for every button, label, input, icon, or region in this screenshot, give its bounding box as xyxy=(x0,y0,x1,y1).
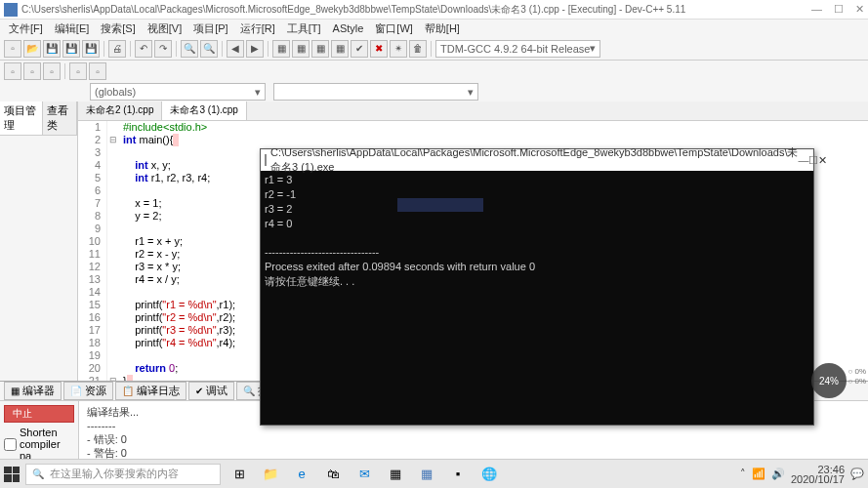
bookmark-icon[interactable]: ▫ xyxy=(43,62,61,80)
tab-compiler[interactable]: ▦ 编译器 xyxy=(4,382,62,400)
editor-tab-1[interactable]: 未命名2 (1).cpp xyxy=(78,102,162,120)
console-close[interactable]: ✕ xyxy=(818,154,827,167)
clean-icon[interactable]: 🗑 xyxy=(409,40,427,58)
start-button[interactable] xyxy=(4,467,20,482)
progress-mini: ○ 0%○ 0% xyxy=(847,367,866,386)
forward-icon[interactable]: ▶ xyxy=(246,40,264,58)
task-edge-icon[interactable]: e xyxy=(289,464,314,485)
secondary-toolbar: ▫ ▫ ▫ ▫ ▫ xyxy=(0,61,868,82)
task-cmd-icon[interactable]: ▪ xyxy=(445,464,471,485)
menu-file[interactable]: 文件[F] xyxy=(4,21,48,36)
line-gutter: 123456789101112131415161718192021 xyxy=(78,121,107,381)
redo-icon[interactable]: ↷ xyxy=(154,40,172,58)
task-devcpp-icon[interactable]: ▦ xyxy=(414,464,439,485)
goto-icon[interactable]: ▫ xyxy=(69,62,87,80)
console-icon xyxy=(265,154,267,166)
console-titlebar[interactable]: C:\Users\sherlis\AppData\Local\Packages\… xyxy=(261,149,813,171)
main-toolbar: ▫ 📂 💾 💾 💾 🖨 ↶ ↷ 🔍 🔍 ◀ ▶ ▦ ▦ ▦ ▦ ✔ ✖ ✴ 🗑 … xyxy=(0,37,868,61)
new-file-icon[interactable]: ▫ xyxy=(4,40,21,58)
progress-circle[interactable]: 24% xyxy=(811,363,847,398)
run-icon[interactable]: ▦ xyxy=(292,40,310,58)
console-maximize[interactable]: ☐ xyxy=(808,154,818,167)
maximize-button[interactable]: ☐ xyxy=(834,3,844,16)
tray-net-icon[interactable]: 📶 xyxy=(752,468,765,480)
shorten-checkbox[interactable]: Shorten compiler pa xyxy=(4,427,74,462)
tab-debug[interactable]: ✔ 调试 xyxy=(188,382,234,400)
tray-up-icon[interactable]: ˄ xyxy=(740,468,746,480)
sidebar: 项目管理 查看类 xyxy=(0,102,78,381)
chevron-down-icon: ▾ xyxy=(255,86,261,99)
sidebar-tab-class[interactable]: 查看类 xyxy=(43,102,77,135)
tray-vol-icon[interactable]: 🔊 xyxy=(771,468,785,480)
task-explorer-icon[interactable]: 📁 xyxy=(258,464,283,485)
compile-run-icon[interactable]: ▦ xyxy=(311,40,329,58)
new-class-icon[interactable]: ▫ xyxy=(4,62,21,80)
menu-help[interactable]: 帮助[H] xyxy=(420,21,465,36)
sidebar-tab-project[interactable]: 项目管理 xyxy=(0,102,43,135)
console-output[interactable]: r1 = 3 r2 = -1 r3 = 2 r4 = 0 -----------… xyxy=(261,171,813,425)
back-icon[interactable]: ◀ xyxy=(227,40,244,58)
chevron-down-icon: ▾ xyxy=(590,42,596,55)
menu-project[interactable]: 项目[P] xyxy=(188,21,232,36)
window-titlebar: C:\Users\sherlis\AppData\Local\Packages\… xyxy=(0,0,868,20)
console-window: C:\Users\sherlis\AppData\Local\Packages\… xyxy=(260,148,814,426)
menu-tools[interactable]: 工具[T] xyxy=(282,21,326,36)
menu-edit[interactable]: 编辑[E] xyxy=(50,21,94,36)
goto2-icon[interactable]: ▫ xyxy=(89,62,106,80)
scope-select[interactable]: (globals)▾ xyxy=(90,83,266,101)
task-app1-icon[interactable]: ▦ xyxy=(383,464,408,485)
console-minimize[interactable]: — xyxy=(798,154,808,166)
menu-bar: 文件[F] 编辑[E] 搜索[S] 视图[V] 项目[P] 运行[R] 工具[T… xyxy=(0,20,868,37)
find-icon[interactable]: 🔍 xyxy=(181,40,198,58)
task-mail-icon[interactable]: ✉ xyxy=(351,464,377,485)
rebuild-icon[interactable]: ▦ xyxy=(331,40,349,58)
app-icon xyxy=(4,3,18,17)
menu-run[interactable]: 运行[R] xyxy=(235,21,280,36)
tab-log[interactable]: 📋 编译日志 xyxy=(115,382,186,400)
system-tray[interactable]: ˄ 📶 🔊 23:46 2020/10/17 💬 xyxy=(740,465,864,484)
print-icon[interactable]: 🖨 xyxy=(108,40,126,58)
save-all-icon[interactable]: 💾 xyxy=(62,40,80,58)
menu-astyle[interactable]: AStyle xyxy=(328,22,369,34)
debug-icon[interactable]: ✔ xyxy=(351,40,368,58)
save-as-icon[interactable]: 💾 xyxy=(82,40,100,58)
taskbar: 🔍 在这里输入你要搜索的内容 ⊞ 📁 e 🛍 ✉ ▦ ▦ ▪ 🌐 ˄ 📶 🔊 2… xyxy=(0,459,868,488)
close-button[interactable]: ✕ xyxy=(855,3,864,16)
task-view-icon[interactable]: ⊞ xyxy=(227,464,252,485)
menu-search[interactable]: 搜索[S] xyxy=(96,21,140,36)
tray-notif-icon[interactable]: 💬 xyxy=(850,468,864,480)
abort-button[interactable]: 中止 xyxy=(4,405,74,423)
task-store-icon[interactable]: 🛍 xyxy=(320,464,346,485)
scope-row: (globals)▾ ▾ xyxy=(0,82,868,102)
compile-icon[interactable]: ▦ xyxy=(272,40,290,58)
task-edge2-icon[interactable]: 🌐 xyxy=(476,464,502,485)
stop-icon[interactable]: ✖ xyxy=(370,40,388,58)
fold-gutter[interactable]: ⊟⊟ xyxy=(107,121,119,381)
window-title: C:\Users\sherlis\AppData\Local\Packages\… xyxy=(21,3,811,17)
menu-view[interactable]: 视图[V] xyxy=(143,21,186,36)
save-icon[interactable]: 💾 xyxy=(43,40,61,58)
open-icon[interactable]: 📂 xyxy=(23,40,41,58)
undo-icon[interactable]: ↶ xyxy=(135,40,152,58)
console-selection xyxy=(397,198,483,212)
tab-resource[interactable]: 📄 资源 xyxy=(63,382,113,400)
insert-icon[interactable]: ▫ xyxy=(23,62,41,80)
minimize-button[interactable]: — xyxy=(811,3,822,16)
replace-icon[interactable]: 🔍 xyxy=(200,40,218,58)
member-select[interactable]: ▾ xyxy=(273,83,478,101)
profile-icon[interactable]: ✴ xyxy=(390,40,407,58)
compiler-select[interactable]: TDM-GCC 4.9.2 64-bit Release▾ xyxy=(435,40,600,58)
tray-clock[interactable]: 23:46 2020/10/17 xyxy=(791,465,845,484)
menu-window[interactable]: 窗口[W] xyxy=(370,21,418,36)
chevron-down-icon: ▾ xyxy=(468,86,474,99)
editor-tab-2[interactable]: 未命名3 (1).cpp xyxy=(162,102,246,120)
taskbar-search[interactable]: 🔍 在这里输入你要搜索的内容 xyxy=(25,464,221,485)
